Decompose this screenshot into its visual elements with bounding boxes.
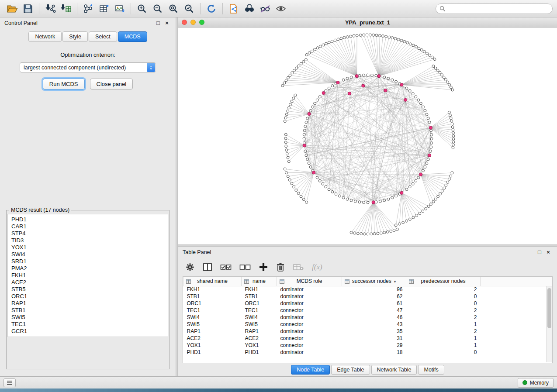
mcds-result-item[interactable]: YOX1 (11, 244, 164, 251)
cell[interactable]: dominator (277, 300, 342, 307)
optimization-dropdown[interactable]: largest connected component (undirected)… (20, 62, 156, 72)
zoom-fit-content-button[interactable] (166, 1, 181, 16)
cell[interactable]: dominator (277, 293, 342, 300)
cell[interactable]: 61 (342, 300, 406, 307)
maximize-window-icon[interactable] (199, 20, 204, 25)
show-hide-eye-button[interactable] (273, 1, 289, 16)
table-row[interactable]: SWI5SWI5connector431 (183, 321, 552, 328)
import-network-from-file-button[interactable] (42, 1, 58, 16)
mcds-result-item[interactable]: STP4 (11, 230, 164, 237)
cell[interactable]: 1 (406, 321, 481, 328)
cell[interactable]: connector (277, 307, 342, 314)
cell[interactable]: 35 (342, 328, 406, 335)
cell[interactable]: ACE2 (183, 335, 242, 342)
float-panel-icon[interactable]: □ (154, 19, 163, 28)
delete-column-trash-icon[interactable] (276, 262, 285, 272)
mcds-result-item[interactable]: RAP1 (11, 300, 164, 307)
status-menu-icon[interactable] (3, 378, 16, 387)
cell[interactable]: dominator (277, 349, 342, 356)
mcds-result-item[interactable]: PMA2 (11, 265, 164, 272)
cell[interactable]: SWI4 (242, 314, 277, 321)
table-row[interactable]: YOX1YOX1connector291 (183, 342, 552, 349)
tab-style[interactable]: Style (62, 31, 88, 42)
float-panel-icon[interactable]: □ (535, 248, 544, 257)
tab-motifs[interactable]: Motifs (418, 365, 444, 375)
table-row[interactable]: RAP1RAP1dominator352 (183, 328, 552, 335)
network-canvas[interactable] (178, 28, 557, 244)
cell[interactable]: YOX1 (242, 342, 277, 349)
new-table-button[interactable] (96, 1, 112, 16)
select-all-checkboxes-icon[interactable] (220, 263, 232, 271)
cell[interactable]: 47 (342, 307, 406, 314)
cell[interactable]: connector (277, 335, 342, 342)
cell[interactable]: RAP1 (183, 328, 242, 335)
tab-node-table[interactable]: Node Table (291, 365, 330, 375)
cell[interactable]: dominator (277, 286, 342, 293)
cell[interactable]: SWI4 (183, 314, 242, 321)
cell[interactable]: dominator (277, 328, 342, 335)
cell[interactable]: ACE2 (242, 335, 277, 342)
mcds-result-item[interactable]: CAR1 (11, 223, 164, 230)
column-header-shared-name[interactable]: shared name (183, 277, 242, 286)
cell[interactable]: 96 (342, 286, 406, 293)
add-column-plus-icon[interactable] (259, 262, 268, 272)
apply-layout-refresh-button[interactable] (204, 1, 219, 16)
table-row[interactable]: TEC1TEC1connector472 (183, 307, 552, 314)
mcds-result-item[interactable]: STB1 (11, 307, 164, 314)
search-input[interactable] (436, 3, 553, 14)
cell[interactable]: 18 (342, 349, 406, 356)
cell[interactable]: YOX1 (183, 342, 242, 349)
mcds-result-item[interactable]: SRD1 (11, 258, 164, 265)
cell[interactable]: 0 (406, 300, 481, 307)
cell[interactable]: ORC1 (242, 300, 277, 307)
mcds-result-item[interactable]: TID3 (11, 237, 164, 244)
cell[interactable]: 0 (406, 293, 481, 300)
mcds-result-item[interactable]: FKH1 (11, 272, 164, 279)
cell[interactable]: 2 (406, 307, 481, 314)
table-row[interactable]: PHD1PHD1dominator180 (183, 349, 552, 356)
cell[interactable]: 1 (406, 335, 481, 342)
column-header-predecessor-nodes[interactable]: predecessor nodes (406, 277, 481, 286)
tab-edge-table[interactable]: Edge Table (331, 365, 370, 375)
zoom-out-button[interactable] (150, 1, 166, 16)
cell[interactable]: connector (277, 321, 342, 328)
cell[interactable]: 31 (342, 335, 406, 342)
table-row[interactable]: STB1STB1dominator620 (183, 293, 552, 300)
cell[interactable]: SWI5 (183, 321, 242, 328)
run-mcds-button[interactable]: Run MCDS (43, 79, 85, 89)
cell[interactable]: 1 (406, 342, 481, 349)
cell[interactable]: STB1 (183, 293, 242, 300)
scrollbar-thumb[interactable] (547, 288, 551, 328)
mcds-result-list[interactable]: PHD1CAR1STP4TID3YOX1SWI4SRD1PMA2FKH1ACE2… (7, 214, 168, 337)
close-window-icon[interactable] (182, 20, 187, 25)
deselect-all-checkboxes-icon[interactable] (239, 263, 251, 271)
cell[interactable]: TEC1 (242, 307, 277, 314)
table-vertical-scrollbar[interactable] (546, 286, 552, 362)
table-row[interactable]: FKH1FKH1dominator962 (183, 286, 552, 293)
zoom-in-button[interactable] (134, 1, 150, 16)
cell[interactable]: 29 (342, 342, 406, 349)
close-panel-icon[interactable]: × (544, 248, 553, 257)
cell[interactable]: STB1 (242, 293, 277, 300)
cell[interactable]: FKH1 (183, 286, 242, 293)
mcds-result-item[interactable]: GCR1 (11, 328, 164, 335)
cell[interactable]: 2 (406, 314, 481, 321)
minimize-window-icon[interactable] (190, 20, 196, 25)
cell[interactable]: TEC1 (183, 307, 242, 314)
cell[interactable]: 0 (406, 349, 481, 356)
close-panel-button[interactable]: Close panel (90, 79, 133, 89)
cell[interactable]: FKH1 (242, 286, 277, 293)
mcds-result-item[interactable]: ORC1 (11, 293, 164, 300)
mcds-result-item[interactable]: ACE2 (11, 279, 164, 286)
cell[interactable]: 2 (406, 286, 481, 293)
cell[interactable]: 46 (342, 314, 406, 321)
column-header-MCDS-role[interactable]: MCDS role (277, 277, 342, 286)
cell[interactable]: 2 (406, 328, 481, 335)
mcds-result-item[interactable]: TEC1 (11, 321, 164, 328)
cell[interactable]: 62 (342, 293, 406, 300)
cell[interactable]: 43 (342, 321, 406, 328)
tab-mcds[interactable]: MCDS (118, 31, 147, 42)
share-document-button[interactable] (226, 1, 242, 16)
mcds-result-item[interactable]: SWI4 (11, 251, 164, 258)
cell[interactable]: connector (277, 342, 342, 349)
